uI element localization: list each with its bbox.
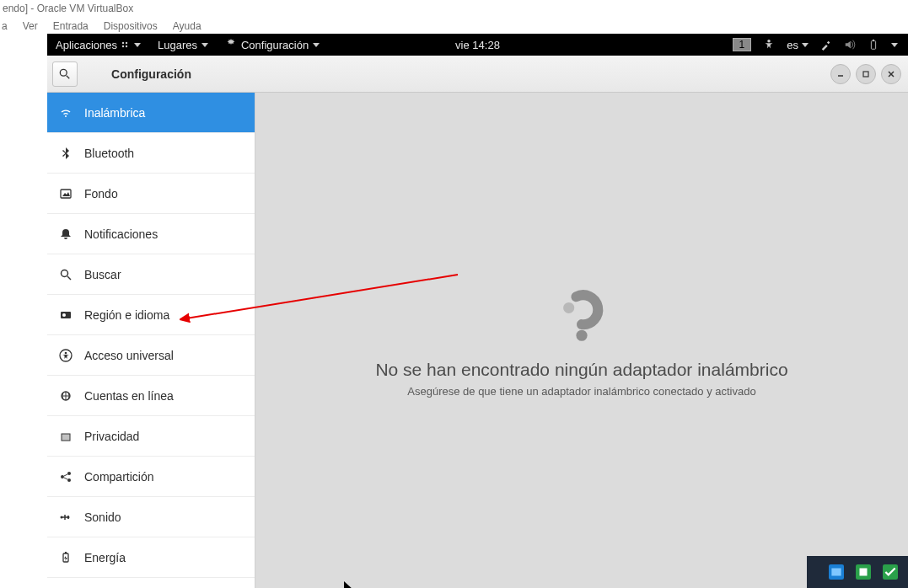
svg-rect-21 <box>62 434 70 441</box>
host-taskbar-fragment <box>807 556 908 588</box>
page-title: Configuración <box>47 67 255 81</box>
sidebar-item-label: Región e idioma <box>84 308 169 322</box>
svg-point-28 <box>61 516 63 518</box>
sidebar-item-bluetooth[interactable]: Bluetooth <box>47 133 255 174</box>
wifi-icon <box>59 106 73 120</box>
sidebar-item-search[interactable]: Buscar <box>47 254 255 295</box>
svg-point-33 <box>576 329 587 340</box>
accessibility-icon <box>59 349 73 362</box>
vbox-window-title: endo] - Oracle VM VirtualBox <box>0 0 908 17</box>
sidebar-item-background[interactable]: Fondo <box>47 174 255 214</box>
gnome-top-bar: Aplicaciones Lugares Configuración vie 1… <box>47 34 908 56</box>
sidebar-item-label: Energía <box>84 551 126 564</box>
sidebar-item-label: Inalámbrica <box>84 106 145 120</box>
svg-point-29 <box>67 516 70 518</box>
svg-rect-38 <box>860 569 868 576</box>
vbox-menu-item[interactable]: Ver <box>23 20 38 32</box>
vbox-menu-item[interactable]: Dispositivos <box>104 20 158 32</box>
settings-sidebar: InalámbricaBluetoothFondoNotificacionesB… <box>47 93 255 588</box>
svg-rect-31 <box>65 552 67 553</box>
sidebar-item-label: Notificaciones <box>84 227 158 241</box>
svg-point-19 <box>65 351 67 354</box>
color-picker-icon[interactable] <box>820 39 832 51</box>
bell-icon <box>59 227 73 241</box>
minimize-button[interactable] <box>830 64 851 84</box>
sidebar-item-label: Bluetooth <box>84 147 134 160</box>
header-bar: Configuración <box>47 56 908 93</box>
app-menu-configuration[interactable]: Configuración <box>217 39 328 51</box>
svg-rect-6 <box>873 40 874 41</box>
battery-icon[interactable] <box>868 39 879 51</box>
svg-line-27 <box>64 478 67 479</box>
vbox-menu-item[interactable]: Entrada <box>53 20 89 32</box>
svg-point-14 <box>62 270 68 276</box>
svg-line-26 <box>64 474 67 476</box>
empty-state-title: No se han encontrado ningún adaptador in… <box>375 360 787 380</box>
sidebar-item-label: Fondo <box>84 187 118 200</box>
content-pane: No se han encontrado ningún adaptador in… <box>255 93 908 588</box>
vbox-menu-bar: a Ver Entrada Dispositivos Ayuda <box>0 17 908 35</box>
applications-menu[interactable]: Aplicaciones <box>47 39 149 51</box>
sidebar-item-online[interactable]: Cuentas en línea <box>47 376 255 416</box>
empty-state-subtitle: Asegúrese de que tiene un adaptador inal… <box>407 385 755 398</box>
close-button[interactable] <box>881 64 901 84</box>
svg-rect-36 <box>831 569 841 576</box>
svg-point-2 <box>122 45 124 47</box>
svg-point-23 <box>61 475 64 478</box>
sidebar-item-label: Cuentas en línea <box>84 389 174 403</box>
accessibility-tray-icon[interactable] <box>763 39 775 51</box>
vbox-menu-item[interactable]: Ayuda <box>173 20 201 32</box>
sidebar-item-label: Compartición <box>84 470 153 484</box>
sidebar-item-wifi[interactable]: Inalámbrica <box>47 93 255 133</box>
sidebar-item-label: Acceso universal <box>84 349 174 362</box>
svg-rect-5 <box>871 41 875 50</box>
vbox-menu-item[interactable]: a <box>2 20 8 32</box>
svg-point-24 <box>67 472 71 475</box>
clock[interactable]: vie 14:28 <box>455 39 500 51</box>
power-icon <box>59 551 73 564</box>
svg-point-0 <box>122 42 124 44</box>
region-icon <box>59 308 73 322</box>
sidebar-item-region[interactable]: Región e idioma <box>47 295 255 335</box>
sidebar-item-bell[interactable]: Notificaciones <box>47 214 255 254</box>
sidebar-item-accessibility[interactable]: Acceso universal <box>47 335 255 376</box>
svg-point-4 <box>768 40 771 43</box>
svg-point-3 <box>126 45 127 47</box>
volume-icon[interactable] <box>844 39 856 51</box>
sidebar-item-share[interactable]: Compartición <box>47 457 255 497</box>
online-icon <box>59 389 73 403</box>
svg-line-15 <box>67 276 71 280</box>
workspace-indicator[interactable]: 1 <box>733 38 752 51</box>
sound-icon <box>59 510 73 524</box>
sidebar-item-privacy[interactable]: Privacidad <box>47 416 255 457</box>
svg-point-32 <box>563 302 574 313</box>
svg-point-1 <box>126 42 127 44</box>
maximize-button[interactable] <box>856 64 876 84</box>
privacy-icon <box>59 430 73 443</box>
share-icon <box>59 470 73 484</box>
sidebar-item-label: Privacidad <box>84 430 139 443</box>
sidebar-item-label: Buscar <box>84 268 121 281</box>
bluetooth-icon <box>59 147 73 160</box>
taskbar-icon[interactable] <box>829 564 844 580</box>
sidebar-item-sound[interactable]: Sonido <box>47 497 255 537</box>
taskbar-icon[interactable] <box>883 564 898 580</box>
svg-rect-10 <box>863 72 868 77</box>
svg-point-17 <box>62 313 66 317</box>
search-icon <box>59 268 73 281</box>
svg-point-25 <box>67 478 71 482</box>
background-icon <box>59 187 73 200</box>
taskbar-icon[interactable] <box>856 564 871 580</box>
sidebar-item-power[interactable]: Energía <box>47 537 255 578</box>
keyboard-layout-indicator[interactable]: es <box>787 39 809 51</box>
places-menu[interactable]: Lugares <box>149 39 217 51</box>
sidebar-item-label: Sonido <box>84 510 121 524</box>
question-mark-icon <box>552 284 611 343</box>
system-menu-caret[interactable] <box>891 43 898 47</box>
